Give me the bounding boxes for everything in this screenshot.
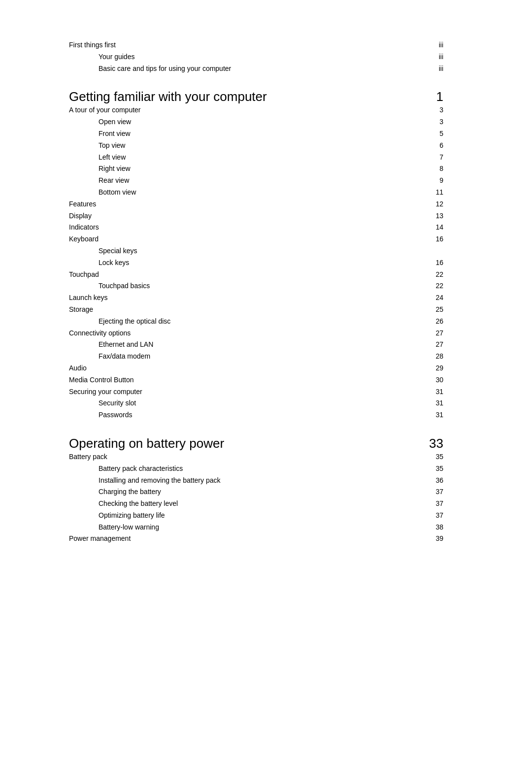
toc-entry: Battery pack characteristics35 <box>69 463 443 475</box>
toc-entry: Launch keys24 <box>69 292 443 304</box>
toc-entry: Ethernet and LAN27 <box>69 339 443 351</box>
toc-entry: Security slot31 <box>69 398 443 409</box>
toc-title: Battery pack characteristics <box>69 463 183 475</box>
toc-page: 31 <box>424 398 443 409</box>
toc-title: Ethernet and LAN <box>69 339 153 351</box>
toc-page: 7 <box>424 152 443 164</box>
toc-title: Battery-low warning <box>69 522 159 533</box>
toc-title: Bottom view <box>69 187 136 199</box>
page-container: First things firstiiiYour guidesiiiBasic… <box>0 0 532 763</box>
toc-page: 9 <box>424 175 443 187</box>
toc-page: 38 <box>424 522 443 533</box>
toc-page: 14 <box>424 222 443 233</box>
toc-entry: Basic care and tips for using your compu… <box>69 63 443 75</box>
toc-title: Securing your computer <box>69 386 142 398</box>
toc-entry: Audio29 <box>69 363 443 374</box>
toc-title: Right view <box>69 163 131 175</box>
toc-page: 22 <box>424 280 443 292</box>
chapter-section: A tour of your computer3Open view3Front … <box>69 104 483 421</box>
chapter-section: Battery pack35Battery pack characteristi… <box>69 451 483 545</box>
toc-page: 31 <box>424 386 443 398</box>
toc-title: Front view <box>69 128 131 140</box>
toc-entry: Charging the battery37 <box>69 486 443 498</box>
toc-entry: A tour of your computer3 <box>69 104 443 116</box>
toc-title: Fax/data modem <box>69 351 150 363</box>
toc-entry: Touchpad22 <box>69 269 443 281</box>
toc-entry: Touchpad basics22 <box>69 280 443 292</box>
toc-entry: Optimizing battery life37 <box>69 510 443 522</box>
toc-page: 31 <box>424 409 443 421</box>
toc-title: Top view <box>69 140 125 152</box>
toc-entry: Rear view9 <box>69 175 443 187</box>
toc-page: 6 <box>424 140 443 152</box>
toc-entry: Keyboard16 <box>69 233 443 245</box>
toc-page: 28 <box>424 351 443 363</box>
toc-page: 25 <box>424 304 443 316</box>
toc-title: Lock keys <box>69 257 129 269</box>
toc-page: iii <box>424 63 443 75</box>
toc-page: 37 <box>424 486 443 498</box>
toc-title: Charging the battery <box>69 486 161 498</box>
toc-title: A tour of your computer <box>69 104 141 116</box>
toc-entry: Display13 <box>69 210 443 222</box>
toc-page: iii <box>424 51 443 63</box>
toc-entry: Right view8 <box>69 163 443 175</box>
toc-page: 27 <box>424 328 443 339</box>
toc-entry: Top view6 <box>69 140 443 152</box>
toc-page: 13 <box>424 210 443 222</box>
toc-page: 3 <box>424 104 443 116</box>
toc-entry: Open view3 <box>69 116 443 128</box>
toc-title: Checking the battery level <box>69 498 178 510</box>
toc-title: Keyboard <box>69 233 99 245</box>
toc-title: Rear view <box>69 175 129 187</box>
toc-entry: Installing and removing the battery pack… <box>69 475 443 487</box>
chapter-heading-text: Operating on battery power <box>69 436 224 451</box>
toc-title: Media Control Button <box>69 374 134 386</box>
toc-page: 36 <box>424 475 443 487</box>
toc-page: 37 <box>424 498 443 510</box>
chapter-heading-text: Getting familiar with your computer <box>69 89 267 104</box>
toc-entry: Special keys <box>69 245 443 257</box>
toc-root: First things firstiiiYour guidesiiiBasic… <box>69 39 483 545</box>
toc-title: Connectivity options <box>69 328 131 339</box>
toc-title: Left view <box>69 152 126 164</box>
toc-title: Your guides <box>69 51 134 63</box>
toc-title: Security slot <box>69 398 136 409</box>
toc-title: Optimizing battery life <box>69 510 165 522</box>
toc-entry: Connectivity options27 <box>69 328 443 339</box>
toc-title: Power management <box>69 533 131 545</box>
toc-title: Passwords <box>69 409 132 421</box>
toc-page: 35 <box>424 463 443 475</box>
toc-page: 35 <box>424 451 443 463</box>
toc-title: Launch keys <box>69 292 108 304</box>
toc-page: 26 <box>424 316 443 328</box>
toc-title: Audio <box>69 363 87 374</box>
toc-entry: Battery pack35 <box>69 451 443 463</box>
toc-entry: Media Control Button30 <box>69 374 443 386</box>
chapter-heading-page: 1 <box>424 89 443 104</box>
toc-entry: Indicators14 <box>69 222 443 233</box>
toc-title: Open view <box>69 116 131 128</box>
toc-page: 22 <box>424 269 443 281</box>
toc-entry: Features12 <box>69 199 443 210</box>
toc-page: 30 <box>424 374 443 386</box>
intro-section: First things firstiiiYour guidesiiiBasic… <box>69 39 483 74</box>
toc-entry: Securing your computer31 <box>69 386 443 398</box>
toc-page: 11 <box>424 187 443 199</box>
chapter-heading-row: Getting familiar with your computer1 <box>69 89 443 104</box>
toc-title: Installing and removing the battery pack <box>69 475 220 487</box>
toc-entry: Bottom view11 <box>69 187 443 199</box>
toc-page: 24 <box>424 292 443 304</box>
toc-title: Battery pack <box>69 451 107 463</box>
toc-entry: Battery-low warning38 <box>69 522 443 533</box>
toc-entry: Lock keys16 <box>69 257 443 269</box>
toc-page: 8 <box>424 163 443 175</box>
toc-entry: Checking the battery level37 <box>69 498 443 510</box>
toc-page: 39 <box>424 533 443 545</box>
toc-page: 12 <box>424 199 443 210</box>
toc-page: 29 <box>424 363 443 374</box>
toc-title: Features <box>69 199 96 210</box>
toc-title: Ejecting the optical disc <box>69 316 170 328</box>
toc-entry: Your guidesiii <box>69 51 443 63</box>
toc-entry: Passwords31 <box>69 409 443 421</box>
